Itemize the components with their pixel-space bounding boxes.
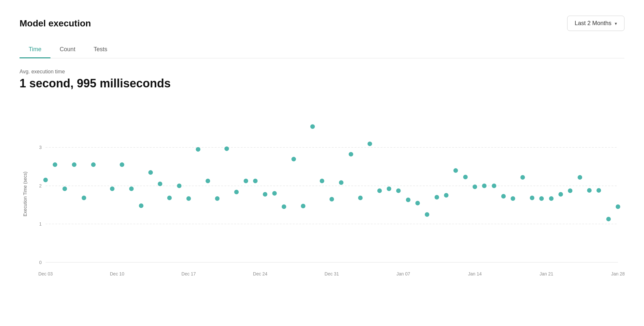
dot xyxy=(148,170,153,175)
dot xyxy=(368,141,372,146)
dot xyxy=(454,168,458,173)
tab-time[interactable]: Time xyxy=(20,41,50,58)
tab-count[interactable]: Count xyxy=(50,41,84,58)
dot xyxy=(549,196,553,201)
dot xyxy=(186,196,191,201)
dot xyxy=(444,193,449,198)
dot xyxy=(291,157,296,161)
dot xyxy=(234,190,239,194)
dot xyxy=(511,196,515,201)
x-label-dec17: Dec 17 xyxy=(181,271,196,276)
dot xyxy=(310,124,315,129)
dot xyxy=(425,212,429,217)
x-label-jan21: Jan 21 xyxy=(539,271,553,276)
x-label-dec10: Dec 10 xyxy=(110,271,124,276)
stat-value: 1 second, 995 milliseconds xyxy=(20,77,624,90)
dot xyxy=(587,188,592,193)
dot xyxy=(263,192,267,197)
chart-svg: Execution Time (secs) 0 1 2 3 Dec 03 Dec… xyxy=(20,99,624,289)
x-label-dec03: Dec 03 xyxy=(38,271,53,276)
x-label-jan28: Jan 28 xyxy=(611,271,624,276)
stat-section: Avg. execution time 1 second, 995 millis… xyxy=(20,69,624,90)
dot xyxy=(616,204,620,209)
dot xyxy=(91,162,96,167)
dot xyxy=(415,201,420,205)
y-tick-3: 3 xyxy=(39,145,42,150)
dot xyxy=(596,188,601,193)
dot xyxy=(139,203,144,208)
dot xyxy=(539,196,544,201)
dot xyxy=(205,179,210,183)
dot xyxy=(329,197,334,201)
dot xyxy=(244,179,248,183)
dot xyxy=(53,162,57,167)
dot xyxy=(63,186,67,191)
dot xyxy=(196,147,200,152)
dot xyxy=(120,162,124,167)
dot xyxy=(320,179,324,183)
stat-label: Avg. execution time xyxy=(20,69,624,75)
dot xyxy=(349,152,353,156)
page-header: Model execution Last 2 Months ▾ xyxy=(20,16,624,31)
dot xyxy=(558,192,563,197)
dot xyxy=(358,196,363,200)
y-tick-1: 1 xyxy=(39,221,42,227)
dot xyxy=(578,175,582,180)
dot xyxy=(568,188,572,193)
scatter-chart: Execution Time (secs) 0 1 2 3 Dec 03 Dec… xyxy=(20,99,624,289)
dot xyxy=(158,182,162,186)
dot xyxy=(463,175,468,179)
dot xyxy=(482,184,486,188)
dot xyxy=(282,204,286,209)
chevron-down-icon: ▾ xyxy=(615,21,617,26)
dot xyxy=(215,196,219,201)
dot xyxy=(396,188,401,193)
page-title: Model execution xyxy=(20,18,91,29)
dot xyxy=(43,178,48,182)
dot xyxy=(435,195,439,200)
dot xyxy=(530,196,534,200)
dot xyxy=(72,162,77,167)
dot xyxy=(473,185,477,189)
x-label-jan14: Jan 14 xyxy=(468,271,482,276)
tabs-container: Time Count Tests xyxy=(20,41,624,58)
dot xyxy=(110,186,115,191)
y-axis-label: Execution Time (secs) xyxy=(22,171,28,216)
x-label-dec24: Dec 24 xyxy=(253,271,267,276)
dot xyxy=(167,196,172,200)
x-label-dec31: Dec 31 xyxy=(325,271,339,276)
dot xyxy=(253,179,258,183)
dot xyxy=(387,186,391,191)
time-range-label: Last 2 Months xyxy=(575,20,611,27)
dot xyxy=(177,184,181,188)
y-tick-0: 0 xyxy=(39,260,42,265)
dot xyxy=(606,217,611,221)
dot xyxy=(224,146,229,151)
dot xyxy=(82,196,86,200)
dot xyxy=(129,186,134,191)
dot xyxy=(406,198,411,202)
dot xyxy=(272,191,277,196)
tab-tests[interactable]: Tests xyxy=(84,41,116,58)
dot xyxy=(501,194,506,199)
dot xyxy=(301,204,305,208)
dot xyxy=(377,188,382,193)
time-range-button[interactable]: Last 2 Months ▾ xyxy=(567,16,624,31)
dot xyxy=(492,184,496,188)
dot xyxy=(520,175,525,180)
y-tick-2: 2 xyxy=(39,183,42,188)
dot xyxy=(339,180,343,185)
x-label-jan07: Jan 07 xyxy=(397,271,410,276)
